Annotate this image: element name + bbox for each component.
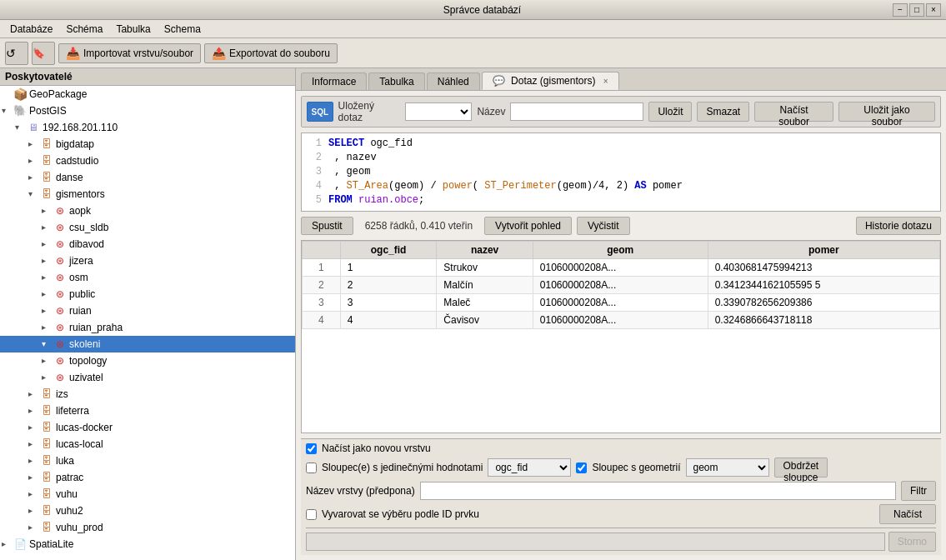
cell-ogc_fid: 3	[340, 294, 436, 312]
window-controls[interactable]: − □ ×	[893, 3, 941, 17]
tree-icon-skoleni: ⊛	[53, 338, 67, 351]
refresh-button[interactable]: ↺	[5, 42, 28, 65]
tree-item-jizera[interactable]: ▸ ⊛ jizera	[0, 252, 295, 269]
geom-col-select[interactable]: geom	[686, 458, 769, 477]
table-row[interactable]: 4 4 Čavisov 01060000208A... 0.3246866643…	[303, 312, 940, 329]
tree-arrow-gismentors: ▾	[28, 187, 40, 202]
import-button[interactable]: 📥 Importovat vrstvu/soubor	[58, 43, 201, 63]
cell-geom: 01060000208A...	[533, 294, 708, 312]
cell-nazev: Čavisov	[437, 312, 533, 329]
bookmark-button[interactable]: 🔖	[32, 42, 55, 65]
tree-item-public[interactable]: ▸ ⊛ public	[0, 286, 295, 302]
menu-schema[interactable]: Schéma	[59, 22, 109, 37]
tree-item-luka[interactable]: ▸ 🗄 luka	[0, 452, 295, 469]
tree-item-skoleni[interactable]: ▾ ⊛ skoleni	[0, 336, 295, 352]
history-button[interactable]: Historie dotazu	[856, 217, 941, 235]
tree-item-csu_sldb[interactable]: ▸ ⊛ csu_sldb	[0, 219, 295, 236]
tree-item-spatialite[interactable]: ▸ 📄 SpatiaLite	[0, 536, 295, 552]
tree-item-vuhu[interactable]: ▸ 🗄 vuhu	[0, 486, 295, 502]
tab-informace[interactable]: Informace	[301, 72, 367, 90]
menu-databaze[interactable]: Databáze	[3, 22, 59, 37]
tree-item-gismentors[interactable]: ▾ 🗄 gismentors	[0, 186, 295, 202]
layer-name-input[interactable]	[420, 482, 896, 500]
tree-arrow-public: ▸	[42, 287, 53, 302]
geom-col-label: Sloupec s geometrií	[592, 462, 680, 473]
save-query-button[interactable]: Uložit	[648, 102, 692, 122]
table-row[interactable]: 1 1 Strukov 01060000208A... 0.4030681475…	[303, 259, 940, 277]
saved-query-label: Uložený dotaz	[338, 100, 401, 123]
tree-item-bigdatap[interactable]: ▸ 🗄 bigdatap	[0, 136, 295, 152]
maximize-button[interactable]: □	[909, 3, 924, 17]
tree-item-topology[interactable]: ▸ ⊛ topology	[0, 352, 295, 369]
tree-item-cadstudio[interactable]: ▸ 🗄 cadstudio	[0, 152, 295, 169]
saved-query-select[interactable]	[405, 102, 472, 121]
cancel-button[interactable]: Storno	[888, 532, 936, 552]
results-table-wrap[interactable]: ogc_fid nazev geom pomer 1 1 Strukov 010…	[301, 240, 941, 433]
tab-tabulka[interactable]: Tabulka	[368, 72, 424, 90]
tree-item-uzivatel[interactable]: ▸ ⊛ uzivatel	[0, 369, 295, 386]
tree-item-dibavod[interactable]: ▸ ⊛ dibavod	[0, 236, 295, 252]
tree-label-postgis: PostGIS	[29, 103, 67, 118]
filter-button[interactable]: Filtr	[901, 481, 936, 501]
tree-item-geopkg[interactable]: 📦 GeoPackage	[0, 86, 295, 102]
tree-item-ruian_praha[interactable]: ▸ ⊛ ruian_praha	[0, 319, 295, 336]
tab-close-dotaz[interactable]: ×	[603, 77, 608, 86]
tree-label-spatialite: SpatiaLite	[29, 537, 73, 552]
clear-button[interactable]: Vyčistit	[577, 217, 630, 235]
code-editor[interactable]: 12345 SELECT ogc_fid , nazev , geom , ST…	[301, 132, 941, 212]
unique-col-select[interactable]: ogc_fid	[488, 458, 571, 477]
tree-icon-luka: 🗄	[40, 454, 53, 468]
tree-label-topology: topology	[69, 353, 107, 368]
tree-item-ruian[interactable]: ▸ ⊛ ruian	[0, 302, 295, 319]
get-cols-button[interactable]: Obdržetsloupce	[774, 458, 828, 478]
tree-label-skoleni: skoleni	[69, 337, 100, 352]
name-input[interactable]	[510, 102, 643, 121]
tree-item-lucas-local[interactable]: ▸ 🗄 lucas-local	[0, 436, 295, 452]
load-as-layer-checkbox[interactable]	[306, 443, 317, 454]
cell-rownum: 4	[303, 312, 341, 329]
tree-item-aopk[interactable]: ▸ ⊛ aopk	[0, 202, 295, 219]
tree-item-izs[interactable]: ▸ 🗄 izs	[0, 386, 295, 402]
sql-button[interactable]: SQL	[307, 102, 333, 122]
tree-arrow-danse: ▸	[28, 170, 40, 185]
tree-label-csu_sldb: csu_sldb	[69, 220, 108, 235]
cell-rownum: 1	[303, 259, 341, 277]
geom-col-checkbox[interactable]	[576, 462, 587, 473]
status-input[interactable]	[306, 532, 885, 551]
menu-schema2[interactable]: Schema	[158, 22, 208, 37]
minimize-button[interactable]: −	[893, 3, 908, 17]
tab-dotaz[interactable]: 💬 Dotaz (gismentors) ×	[482, 72, 619, 90]
tree-arrow-ip: ▾	[15, 120, 27, 135]
tree-item-danse[interactable]: ▸ 🗄 danse	[0, 169, 295, 186]
tree-arrow-ruian: ▸	[42, 303, 53, 318]
load-file-button[interactable]: Načíst soubor	[754, 102, 833, 122]
sidebar-tree: 📦 GeoPackage ▾ 🐘 PostGIS ▾ 🖥 192.168.201…	[0, 86, 295, 560]
tree-item-postgis[interactable]: ▾ 🐘 PostGIS	[0, 102, 295, 119]
tree-label-geopkg: GeoPackage	[29, 87, 87, 102]
tree-item-lifeterra[interactable]: ▸ 🗄 lifeterra	[0, 402, 295, 419]
table-row[interactable]: 3 3 Maleč 01060000208A... 0.339078265620…	[303, 294, 940, 312]
close-button[interactable]: ×	[926, 3, 941, 17]
tree-item-osm[interactable]: ▸ ⊛ osm	[0, 269, 295, 286]
code-content[interactable]: SELECT ogc_fid , nazev , geom , ST_Area(…	[328, 137, 937, 208]
tree-arrow-luka: ▸	[28, 453, 40, 468]
tab-nahled[interactable]: Náhled	[427, 72, 480, 90]
tree-item-vuhu2[interactable]: ▸ 🗄 vuhu2	[0, 502, 295, 519]
table-row[interactable]: 2 2 Malčín 01060000208A... 0.34123441621…	[303, 277, 940, 294]
menu-tabulka[interactable]: Tabulka	[109, 22, 157, 37]
tree-label-osm: osm	[69, 270, 88, 285]
tree-item-lucas-docker[interactable]: ▸ 🗄 lucas-docker	[0, 419, 295, 436]
delete-query-button[interactable]: Smazat	[697, 102, 749, 122]
tree-item-ip[interactable]: ▾ 🖥 192.168.201.110	[0, 119, 295, 136]
create-view-button[interactable]: Vytvořit pohled	[484, 217, 572, 235]
export-button[interactable]: 📤 Exportovat do souboru	[204, 43, 338, 63]
select-by-id-checkbox[interactable]	[306, 509, 317, 520]
tree-item-patrac[interactable]: ▸ 🗄 patrac	[0, 469, 295, 486]
save-file-button[interactable]: Uložit jako soubor	[838, 102, 935, 122]
cell-geom: 01060000208A...	[533, 312, 708, 329]
tree-item-vuhu_prod[interactable]: ▸ 🗄 vuhu_prod	[0, 519, 295, 536]
load-button[interactable]: Načíst	[879, 504, 936, 524]
tree-arrow-ruian_praha: ▸	[42, 320, 53, 335]
run-button[interactable]: Spustit	[301, 217, 353, 235]
unique-col-checkbox[interactable]	[306, 462, 317, 473]
